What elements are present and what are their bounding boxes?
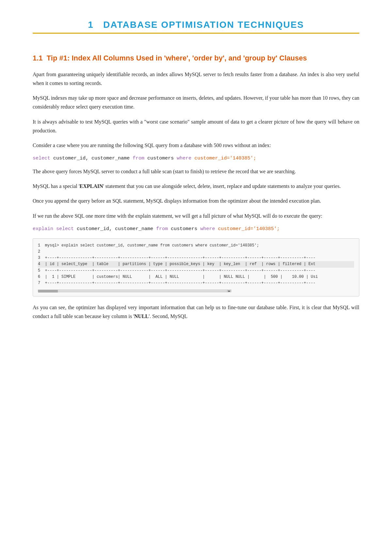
paragraph-5: The above query forces MySQL server to c… (33, 167, 359, 176)
chapter-title-text: DATABASE OPTIMISATION TECHNIQUES (103, 20, 304, 30)
paragraph-8: If we run the above SQL one more time wi… (33, 211, 359, 220)
p9-keyword: NULL (134, 313, 149, 319)
paragraph-9: As you can see, the optimizer has displa… (33, 303, 359, 321)
paragraph-1: Apart from guaranteeing uniquely identif… (33, 70, 359, 88)
sql1-select: select (33, 156, 50, 161)
sql2-explain: explain (33, 226, 53, 232)
sql-query-1: select customer_id, customer_name from c… (33, 156, 359, 161)
paragraph-4: Consider a case where you are running th… (33, 141, 359, 150)
sql2-condition: customer_id='140385'; (215, 226, 280, 232)
p4-text: Consider a case where you are running th… (33, 143, 271, 148)
terminal-line-1: 1 mysql> explain select customer_id, cus… (38, 243, 354, 249)
chapter-number: 1 (88, 20, 94, 30)
terminal-block: 1 mysql> explain select customer_id, cus… (33, 238, 359, 296)
section-title-1-1: 1.1 Tip #1: Index All Columns Used in 'w… (33, 53, 359, 63)
paragraph-3: It is always advisable to test MySQL que… (33, 117, 359, 135)
p6-prefix: MySQL has a special ' (33, 183, 80, 189)
paragraph-7: Once you append the query before an SQL … (33, 196, 359, 205)
sql2-space (53, 226, 56, 232)
p7-text: Once you append the query before an SQL … (33, 198, 321, 204)
scrollbar-thumb (38, 290, 58, 293)
p8-text: If we run the above SQL one more time wi… (33, 213, 322, 219)
section-number: 1.1 (33, 54, 43, 62)
terminal-line-4: 4 | id | select_type | table | partition… (38, 261, 354, 267)
chapter-title: 1 DATABASE OPTIMISATION TECHNIQUES (33, 20, 359, 30)
terminal-line-7: 7 +----+--------------+----------+------… (38, 280, 354, 286)
sql2-from: from (156, 226, 168, 232)
sql1-from: from (133, 156, 144, 161)
paragraph-2: MySQL indexes may take up more space and… (33, 93, 359, 111)
sql2-middle: customer_id, customer_name (74, 226, 156, 232)
terminal-line-6: 6 | 1 | SIMPLE | customers| NULL | ALL |… (38, 274, 354, 280)
sql2-table: customers (168, 226, 200, 232)
terminal-scrollbar[interactable]: ▶ (38, 290, 354, 292)
scrollbar-arrow[interactable]: ▶ (227, 290, 231, 292)
p9-suffix: '. Second, MySQL (149, 313, 187, 319)
paragraph-6: MySQL has a special 'EXPLAIN' statement … (33, 182, 359, 191)
terminal-line-3: 3 +----+--------------+----------+------… (38, 255, 354, 261)
p6-keyword: EXPLAIN (80, 183, 103, 189)
sql1-condition: customer_id='140385'; (191, 156, 256, 161)
p1-text: Apart from guaranteeing uniquely identif… (33, 72, 359, 86)
sql2-select: select (56, 226, 74, 232)
terminal-line-2: 2 (38, 249, 354, 255)
sql1-middle: customer_id, customer_name (50, 156, 133, 161)
p6-suffix: ' statement that you can use alongside s… (103, 183, 341, 189)
p5-text: The above query forces MySQL server to c… (33, 169, 296, 174)
sql1-table: customers (144, 156, 177, 161)
scrollbar-track[interactable] (38, 290, 227, 292)
terminal-line-5: 5 +----+--------------+----------+------… (38, 268, 354, 274)
p2-text: MySQL indexes may take up more space and… (33, 95, 359, 109)
section-title-text: Tip #1: Index All Columns Used in 'where… (47, 54, 307, 62)
p9-prefix: As you can see, the optimizer has displa… (33, 305, 359, 319)
sql2-where: where (200, 226, 215, 232)
chapter-title-container: 1 DATABASE OPTIMISATION TECHNIQUES (33, 20, 359, 34)
p3-text: It is always advisable to test MySQL que… (33, 119, 359, 133)
sql-query-2: explain select customer_id, customer_nam… (33, 226, 359, 232)
sql1-where: where (177, 156, 191, 161)
